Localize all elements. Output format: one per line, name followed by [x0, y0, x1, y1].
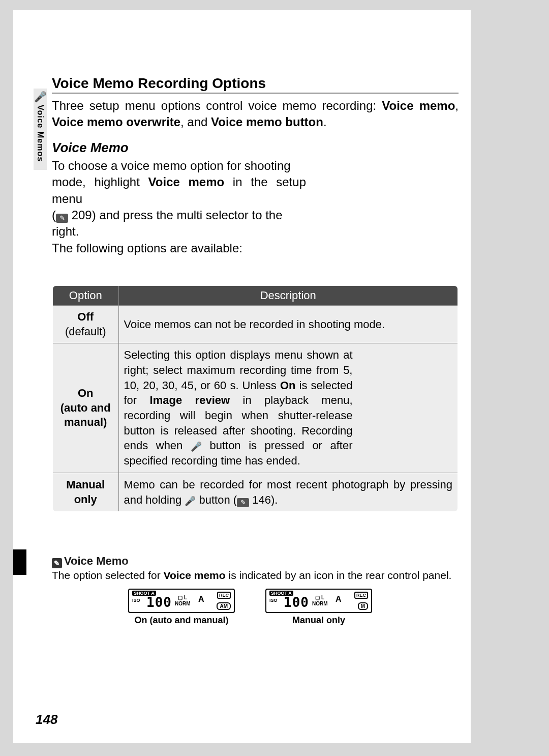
intro-paragraph: Three setup menu options control voice m…: [52, 98, 459, 131]
sub-heading: Voice Memo: [52, 140, 459, 156]
text-line: To choose a voice memo option for shooti…: [52, 158, 306, 174]
col-option: Option: [52, 285, 118, 306]
panel-wrap: SHOOT A ISO 100 ▢ LNORM A REC M Manual o…: [265, 589, 372, 626]
bold: On: [280, 379, 296, 392]
mic-icon: 🎤: [185, 495, 196, 507]
option-cell: Off (default): [52, 306, 118, 343]
description-cell: Memo can be recorded for most recent pho…: [118, 473, 458, 512]
option-name: On: [78, 387, 94, 399]
mic-icon: 🎤: [191, 441, 202, 453]
text: ).: [271, 493, 278, 506]
quality-label: ▢ LNORM: [312, 595, 328, 607]
description-cell: Selecting this option displays menu show…: [118, 343, 458, 473]
text: mode, highlight: [52, 175, 148, 189]
margin-tab: [13, 549, 26, 575]
page-ref: 209: [72, 208, 92, 222]
text-line: The following options are available:: [52, 240, 306, 256]
mode-a: A: [198, 595, 204, 604]
bold: Voice memo: [148, 175, 225, 189]
iso-label: ISO: [132, 598, 140, 603]
text: ,: [455, 99, 459, 112]
text: button (: [196, 493, 237, 506]
note-icon: ✎: [52, 558, 62, 568]
option-cell: Manual only: [52, 473, 118, 512]
option-name: Off: [77, 310, 94, 323]
note-title: ✎Voice Memo: [52, 555, 459, 568]
text: .: [323, 115, 327, 129]
table-row: On (auto and manual) Selecting this opti…: [52, 343, 458, 473]
bold: Voice memo: [382, 99, 455, 112]
section-tab-label: Voice Memos: [36, 105, 45, 162]
iso-value: 100: [284, 595, 309, 610]
text: (: [52, 208, 56, 222]
rec-indicator: REC: [217, 592, 231, 599]
page-ref-icon: ✎: [237, 498, 249, 507]
page-number: 148: [36, 712, 57, 728]
rear-control-panel: SHOOT A ISO 100 ▢ LNORM A REC AM: [128, 589, 235, 613]
text-line: mode, highlight Voice memo in the setup …: [52, 174, 306, 207]
bold: Voice memo button: [211, 115, 323, 129]
text: Memo can be recorded for most recent pho…: [124, 478, 453, 506]
option-sub: (auto and manual): [60, 401, 111, 429]
bold: Image review: [150, 394, 230, 406]
page-ref-icon: ✎: [56, 214, 68, 223]
page-title: Voice Memo Recording Options: [52, 75, 459, 94]
text: is indicated by an icon in the rear cont…: [226, 569, 452, 581]
text-line: (✎ 209) and press the multi selector to …: [52, 207, 306, 240]
note-title-text: Voice Memo: [64, 555, 129, 567]
content-area: Voice Memo Recording Options Three setup…: [52, 75, 459, 512]
body-paragraph: To choose a voice memo option for shooti…: [52, 158, 306, 256]
panel-caption: Manual only: [265, 615, 372, 626]
rec-indicator: REC: [354, 592, 368, 599]
text: The option selected for: [52, 569, 163, 581]
option-cell: On (auto and manual): [52, 343, 118, 473]
table-row: Off (default) Voice memos can not be rec…: [52, 306, 458, 343]
iso-label: ISO: [269, 598, 278, 603]
option-name: Manual only: [66, 478, 105, 506]
bold: Voice memo: [163, 569, 225, 581]
options-table: Option Description Off (default) Voice m…: [52, 285, 459, 512]
text: Three setup menu options control voice m…: [52, 99, 382, 112]
col-description: Description: [118, 285, 458, 306]
panel-caption: On (auto and manual): [128, 615, 235, 626]
text: , and: [180, 115, 211, 129]
bold: Voice memo overwrite: [52, 115, 180, 129]
description-cell: Voice memos can not be recorded in shoot…: [118, 306, 458, 343]
memo-mode-indicator: AM: [217, 602, 231, 610]
panel-wrap: SHOOT A ISO 100 ▢ LNORM A REC AM On (aut…: [128, 589, 235, 626]
control-panel-illustrations: SHOOT A ISO 100 ▢ LNORM A REC AM On (aut…: [128, 589, 459, 626]
section-tab: 🎤 Voice Memos: [34, 89, 47, 170]
note-body: The option selected for Voice memo is in…: [52, 569, 459, 581]
page-ref: 146: [252, 493, 271, 506]
quality-label: ▢ LNORM: [175, 595, 191, 607]
iso-value: 100: [146, 595, 172, 610]
memo-mode-indicator: M: [358, 602, 368, 610]
mic-icon: 🎤: [34, 92, 47, 102]
manual-page: 🎤 Voice Memos Voice Memo Recording Optio…: [13, 10, 471, 743]
note-block: ✎Voice Memo The option selected for Voic…: [52, 555, 459, 626]
rear-control-panel: SHOOT A ISO 100 ▢ LNORM A REC M: [265, 589, 372, 613]
table-header-row: Option Description: [52, 285, 458, 306]
mode-a: A: [336, 595, 342, 604]
table-row: Manual only Memo can be recorded for mos…: [52, 473, 458, 512]
option-sub: (default): [65, 325, 106, 338]
